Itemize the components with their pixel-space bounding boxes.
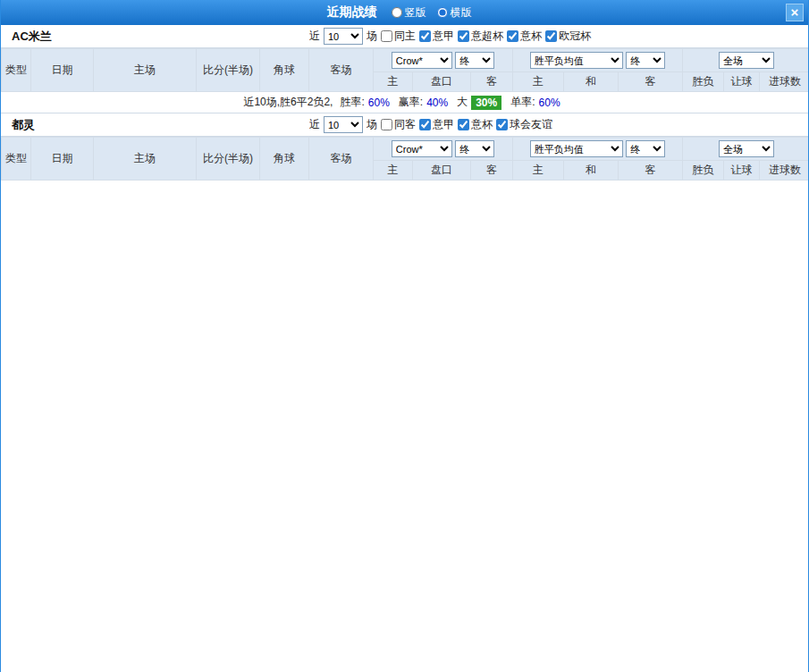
close-icon[interactable]: × [786,4,804,21]
col-result: 胜负 [683,161,724,181]
layout-horizontal-label: 横版 [451,5,472,21]
filter-checkbox[interactable] [507,30,518,42]
layout-vertical-label: 竖版 [405,5,426,21]
filter-checkbox[interactable] [381,30,392,42]
torino-results-table: 类型 日期 主场 比分(半场) 角球 客场 Crow* 终 胜平负均值 终 全场 [1,137,809,181]
col-euro-home: 主 [513,72,564,92]
filter-label: 意甲 [433,29,454,44]
filter-球会友谊[interactable]: 球会友谊 [496,117,552,132]
scope-select[interactable]: 全场 [719,52,774,69]
col-goals-result: 进球数 [760,72,809,92]
col-euro-draw: 和 [564,161,619,181]
filter-意杯[interactable]: 意杯 [458,117,493,132]
cover-rate-label: 赢率: [399,95,423,110]
big-rate-badge: 30% [471,96,501,110]
near-label: 近 [309,117,320,132]
layout-vertical-radio[interactable] [392,7,402,18]
filter-意杯[interactable]: 意杯 [507,29,542,44]
layout-horizontal-radio[interactable] [437,7,448,18]
col-type: 类型 [2,138,31,181]
scope-select[interactable]: 全场 [719,140,774,157]
col-euro-away: 客 [619,161,683,181]
filter-checkbox[interactable] [545,30,557,42]
col-ah-away: 客 [471,161,513,181]
odds-time-select[interactable]: 终 [455,52,494,69]
odds-time-select[interactable]: 终 [455,140,494,157]
cover-rate-value: 40% [426,97,448,109]
col-handicap-result: 让球 [724,161,760,181]
filter-label: 同主 [394,29,416,44]
single-rate-value: 60% [539,97,560,109]
col-date: 日期 [31,49,94,92]
filter-label: 意杯 [520,29,542,44]
avg-controls: 胜平负均值 终 [513,138,683,161]
filter-意甲[interactable]: 意甲 [419,29,454,44]
col-euro-away: 客 [619,72,683,92]
win-rate-label: 胜率: [340,95,364,110]
win-rate-value: 60% [368,97,390,109]
filter-checkbox[interactable] [381,119,392,130]
match-count-select[interactable]: 10 [324,28,363,45]
filter-意超杯[interactable]: 意超杯 [458,29,503,44]
filter-group: 近 10 场 同客意甲意杯球会友谊 [309,116,556,133]
filter-label: 意超杯 [471,29,503,44]
col-date: 日期 [31,138,94,181]
col-ah-home: 主 [374,161,413,181]
filter-同客[interactable]: 同客 [381,117,416,132]
col-handicap-result: 让球 [724,72,760,92]
col-ah-home: 主 [374,72,413,92]
col-result: 胜负 [683,72,724,92]
odds-source-select[interactable]: Crow* [392,140,452,157]
filter-checkbox[interactable] [496,119,508,130]
avg-odds-select[interactable]: 胜平负均值 [530,140,623,157]
avg-odds-select[interactable]: 胜平负均值 [530,52,623,69]
col-away: 客场 [309,49,374,92]
col-away: 客场 [309,138,374,181]
col-euro-home: 主 [513,161,564,181]
milan-results-table: 类型 日期 主场 比分(半场) 角球 客场 Crow* 终 胜平负均值 终 全场 [1,48,809,92]
single-rate-label: 单率: [510,95,535,110]
milan-section-header: AC米兰 近 10 场 同主意甲意超杯意杯欧冠杯 [1,25,808,48]
filter-意甲[interactable]: 意甲 [419,117,454,132]
milan-section: AC米兰 近 10 场 同主意甲意超杯意杯欧冠杯 类型 日期 主场 比分(半场)… [1,25,808,113]
layout-vertical-option[interactable]: 竖版 [392,5,426,21]
filter-label: 球会友谊 [510,117,552,132]
col-score: 比分(半场) [197,138,260,181]
col-type: 类型 [2,49,31,92]
filter-label: 意甲 [433,117,454,132]
layout-horizontal-option[interactable]: 横版 [437,5,472,21]
near-label: 近 [309,29,320,44]
filter-checkbox[interactable] [419,119,431,130]
odds-source-select[interactable]: Crow* [392,52,452,69]
filter-checkbox[interactable] [458,119,469,130]
filter-checkbox[interactable] [458,30,469,42]
milan-summary: 近10场,胜6平2负2, 胜率:60% 赢率:40% 大30% 单率:60% [1,92,808,113]
team-name: 都灵 [12,117,35,133]
avg-time-select[interactable]: 终 [626,140,665,157]
col-ah-away: 客 [471,72,513,92]
torino-section-header: 都灵 近 10 场 同客意甲意杯球会友谊 [1,113,808,137]
handicap-controls: Crow* 终 [374,49,513,72]
filter-label: 欧冠杯 [559,29,591,44]
big-label: 大 [457,95,468,110]
col-home: 主场 [94,49,197,92]
handicap-controls: Crow* 终 [374,138,513,161]
avg-time-select[interactable]: 终 [626,52,665,69]
col-handicap: 盘口 [413,161,471,181]
filter-同主[interactable]: 同主 [381,29,416,44]
scope-controls: 全场 [683,138,809,161]
filter-欧冠杯[interactable]: 欧冠杯 [545,29,591,44]
col-score: 比分(半场) [197,49,260,92]
col-handicap: 盘口 [413,72,471,92]
torino-section: 都灵 近 10 场 同客意甲意杯球会友谊 类型 日期 主场 比分(半场) 角球 … [1,113,808,181]
filter-label: 意杯 [471,117,493,132]
filter-checkbox[interactable] [419,30,431,42]
window-title: 近期战绩 [327,4,377,21]
col-goals-result: 进球数 [760,161,809,181]
match-count-select[interactable]: 10 [324,116,363,133]
avg-controls: 胜平负均值 终 [513,49,683,72]
col-corners: 角球 [260,49,309,92]
matches-label: 场 [367,117,377,132]
scope-controls: 全场 [683,49,809,72]
team-name: AC米兰 [12,29,52,45]
